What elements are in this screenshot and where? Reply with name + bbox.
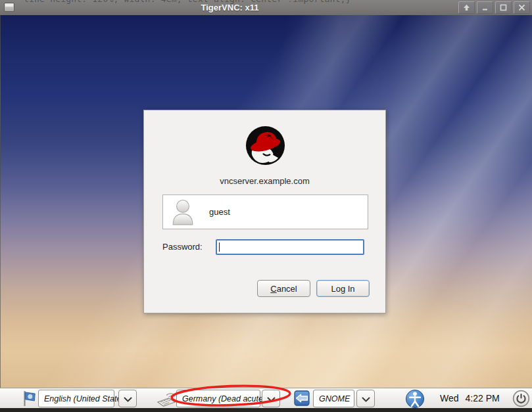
language-select[interactable]: English (United States) — [38, 390, 114, 407]
tigervnc-window: line-height: 120%; width: 4em; text-alig… — [0, 0, 532, 412]
session-dropdown-button[interactable] — [356, 390, 375, 407]
keyboard-icon — [157, 392, 176, 409]
user-entry[interactable]: guest — [162, 195, 368, 229]
titlebar[interactable]: line-height: 120%; width: 4em; text-alig… — [0, 0, 532, 15]
session-value: GNOME — [319, 394, 350, 403]
gdm-panel: English (United States) Germany (Dead ac… — [0, 388, 532, 408]
window-title: TigerVNC: x11 — [0, 0, 460, 15]
redhat-logo — [245, 125, 286, 166]
session-select[interactable]: GNOME — [313, 390, 354, 407]
flag-icon — [22, 390, 36, 410]
chevron-down-icon — [267, 393, 276, 405]
keyboard-layout-dropdown-button[interactable] — [262, 390, 280, 407]
arrow-up-icon — [463, 4, 470, 11]
keyboard-layout-value: Germany (Dead acute) — [182, 394, 266, 403]
user-avatar-icon — [171, 198, 195, 225]
maximize-button[interactable] — [495, 1, 512, 14]
power-button[interactable] — [512, 390, 530, 410]
close-button[interactable] — [514, 1, 530, 14]
keyboard-layout-select[interactable]: Germany (Dead acute) — [176, 390, 260, 407]
password-row: Password: — [162, 239, 368, 255]
clock-time: 4:22 PM — [466, 393, 500, 403]
hostname-label: vncserver.example.com — [144, 176, 385, 186]
language-value: English (United States) — [44, 394, 128, 403]
login-dialog: vncserver.example.com guest Password: — [143, 110, 386, 313]
password-label: Password: — [162, 242, 203, 252]
clock: Wed4:22 PM — [440, 393, 500, 403]
password-input[interactable] — [216, 239, 364, 255]
maximize-icon — [500, 4, 507, 11]
bottom-edge — [0, 408, 532, 412]
shade-up-button[interactable] — [458, 1, 475, 14]
username-label: guest — [209, 207, 230, 217]
clock-day: Wed — [440, 393, 459, 403]
text-caret — [219, 242, 220, 252]
chevron-down-icon — [124, 393, 132, 405]
minimize-button[interactable] — [477, 1, 493, 14]
login-button[interactable]: Log In — [316, 280, 370, 297]
close-icon — [518, 4, 525, 11]
minimize-icon — [481, 4, 489, 11]
language-dropdown-button[interactable] — [118, 390, 137, 407]
chevron-down-icon — [362, 393, 370, 405]
cancel-button[interactable]: Cancel — [257, 280, 310, 297]
session-back-arrow-icon — [294, 390, 310, 409]
